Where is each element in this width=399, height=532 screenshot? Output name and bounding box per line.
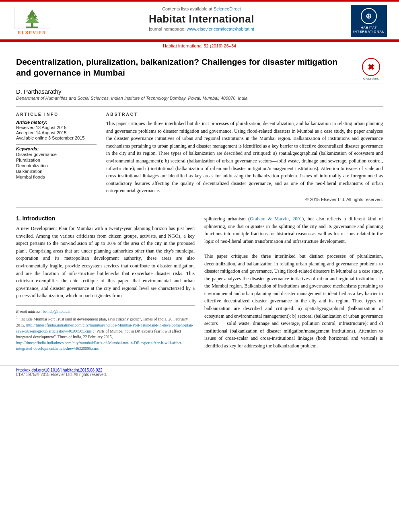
elsevier-wordmark: ELSEVIER bbox=[18, 30, 46, 35]
svg-point-5 bbox=[29, 13, 30, 14]
keyword-2: Pluralization bbox=[16, 158, 97, 162]
crossmark-label: CrossMark bbox=[363, 77, 379, 80]
svg-point-8 bbox=[35, 18, 37, 20]
author-affiliation: Department of Humanities and Social Scie… bbox=[16, 96, 383, 101]
page: ELSEVIER Contents lists available at Sci… bbox=[0, 0, 399, 532]
sciencedirect-line: Contents lists available at ScienceDirec… bbox=[60, 6, 343, 11]
abstract-heading: ABSTRACT bbox=[106, 112, 383, 117]
author-name: D. Parthasarathy bbox=[16, 88, 383, 95]
sciencedirect-link[interactable]: ScienceDirect bbox=[214, 6, 241, 11]
abstract-text: This paper critiques the three interlink… bbox=[106, 120, 383, 195]
main-content: Decentralization, pluralization, balkani… bbox=[0, 49, 399, 361]
abstract-col: ABSTRACT This paper critiques the three … bbox=[106, 112, 383, 202]
footnote-1: 1 "Include Mumbai Port Trust land in dev… bbox=[16, 316, 195, 351]
homepage-line: journal homepage: www.elsevier.com/locat… bbox=[60, 27, 343, 31]
habitat-logo-box: ⊕ HABITAT INTERNATIONAL bbox=[351, 5, 387, 37]
section1-col1-text: A new Development Plan for Mumbai with a… bbox=[16, 225, 195, 300]
body-col-right: splintering urbanism (Graham & Marvin, 2… bbox=[204, 215, 383, 353]
footnotes: E-mail address: ben.dp@iitb.ac.in 1 "Inc… bbox=[16, 305, 195, 352]
journal-title-main: Habitat International bbox=[60, 13, 343, 25]
article-info-abstract: ARTICLE INFO Article history: Received 1… bbox=[16, 106, 383, 208]
keyword-3: Decentralization bbox=[16, 163, 97, 168]
article-title-section: Decentralization, pluralization, balkani… bbox=[16, 49, 383, 84]
article-info-col: ARTICLE INFO Article history: Received 1… bbox=[16, 112, 97, 202]
article-title: Decentralization, pluralization, balkani… bbox=[16, 56, 359, 78]
svg-point-7 bbox=[31, 18, 32, 19]
keywords-section: Keywords: Disaster governance Pluralizat… bbox=[16, 146, 97, 179]
history-label: Article history: bbox=[16, 120, 97, 125]
habitat-logo: ⊕ HABITAT INTERNATIONAL bbox=[347, 5, 391, 37]
elsevier-logo: ELSEVIER bbox=[8, 5, 56, 37]
article-info-heading: ARTICLE INFO bbox=[16, 112, 97, 117]
page-footer: http://dx.doi.org/10.1016/j.habitatint.2… bbox=[0, 365, 399, 377]
article-meta-bar: Habitat International 52 (2016) 26–34 bbox=[0, 42, 399, 49]
footnote-url2[interactable]: http://timesofindia.indiatimes.com/city/… bbox=[16, 341, 183, 351]
habitat-globe-icon: ⊕ bbox=[361, 8, 377, 24]
keyword-4: Balkanization bbox=[16, 169, 97, 174]
section1-title: 1. Introduction bbox=[16, 215, 195, 222]
author-section: D. Parthasarathy Department of Humanitie… bbox=[16, 84, 383, 102]
divider bbox=[16, 144, 97, 145]
copyright-line: © 2015 Elsevier Ltd. All rights reserved… bbox=[106, 197, 383, 202]
available-date: Available online 3 September 2015 bbox=[16, 136, 97, 140]
journal-center: Contents lists available at ScienceDirec… bbox=[56, 5, 347, 37]
keywords-label: Keywords: bbox=[16, 146, 97, 151]
email-footnote: E-mail address: ben.dp@iitb.ac.in bbox=[16, 309, 195, 315]
accepted-date: Accepted 14 August 2015 bbox=[16, 130, 97, 135]
article-history: Article history: Received 13 August 2015… bbox=[16, 120, 97, 140]
svg-point-6 bbox=[34, 14, 35, 16]
keyword-5: Mumbai floods bbox=[16, 175, 97, 179]
keyword-1: Disaster governance bbox=[16, 152, 97, 157]
section1-col2-text: splintering urbanism (Graham & Marvin, 2… bbox=[204, 215, 383, 350]
received-date: Received 13 August 2015 bbox=[16, 125, 97, 130]
doi-link[interactable]: http://dx.doi.org/10.1016/j.habitatint.2… bbox=[16, 368, 103, 372]
doi-line: http://dx.doi.org/10.1016/j.habitatint.2… bbox=[16, 368, 383, 372]
graham-marvin-ref[interactable]: Graham & Marvin, 2001 bbox=[250, 216, 302, 222]
svg-point-9 bbox=[27, 18, 29, 20]
homepage-url[interactable]: www.elsevier.com/locate/habitatint bbox=[187, 27, 254, 31]
issn-line: 0197-3975/© 2015 Elsevier Ltd. All right… bbox=[16, 372, 383, 377]
email-link[interactable]: ben.dp@iitb.ac.in bbox=[43, 309, 71, 314]
crossmark-icon: ✖ bbox=[362, 58, 380, 76]
habitat-logo-text: HABITAT INTERNATIONAL bbox=[353, 26, 385, 34]
elsevier-tree-image bbox=[14, 7, 50, 29]
crossmark-container: ✖ CrossMark bbox=[359, 56, 383, 80]
body-content: 1. Introduction A new Development Plan f… bbox=[16, 208, 383, 353]
svg-rect-1 bbox=[26, 27, 38, 28]
journal-header: ELSEVIER Contents lists available at Sci… bbox=[0, 2, 399, 40]
body-col-left: 1. Introduction A new Development Plan f… bbox=[16, 215, 195, 353]
